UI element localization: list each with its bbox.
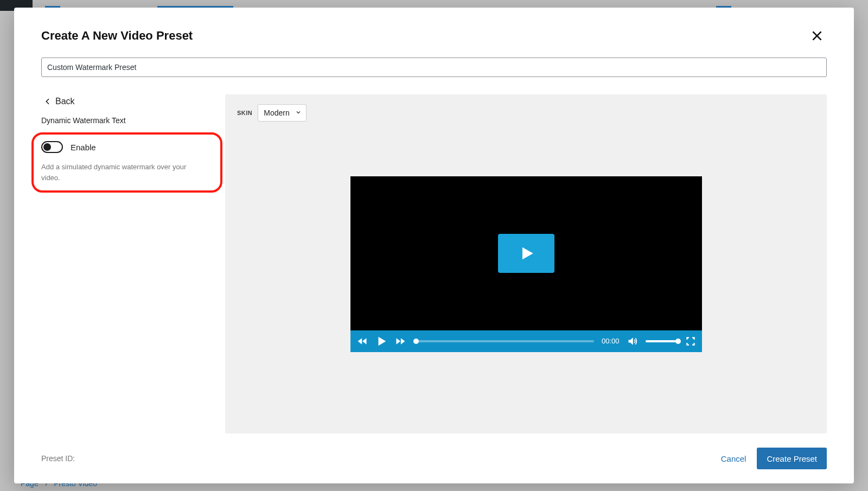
fullscreen-icon: [686, 336, 695, 346]
close-icon: [810, 29, 824, 43]
back-label: Back: [55, 97, 75, 106]
play-button[interactable]: [375, 335, 387, 347]
preset-id-label: Preset ID:: [41, 454, 75, 463]
back-button[interactable]: Back: [41, 94, 221, 109]
progress-slider[interactable]: [413, 340, 594, 342]
chevron-down-icon: [295, 109, 302, 117]
play-icon: [375, 335, 387, 347]
enable-toggle-description: Add a simulated dynamic watermark over y…: [41, 162, 193, 183]
preview-panel: SKIN Modern: [225, 94, 827, 433]
fullscreen-button[interactable]: [686, 336, 695, 346]
cancel-button[interactable]: Cancel: [721, 454, 746, 463]
rewind-icon: [357, 336, 368, 347]
section-title: Dynamic Watermark Text: [41, 116, 221, 125]
modal-title: Create A New Video Preset: [41, 29, 193, 43]
skin-select-value: Modern: [264, 109, 289, 117]
close-button[interactable]: [807, 26, 827, 46]
volume-slider[interactable]: [646, 340, 678, 342]
volume-icon: [627, 336, 638, 347]
enable-toggle[interactable]: [41, 141, 63, 153]
play-icon: [517, 244, 535, 263]
skin-select[interactable]: Modern: [258, 104, 306, 122]
skin-label: SKIN: [237, 110, 252, 116]
video-controls: 00:00: [350, 330, 702, 352]
volume-button[interactable]: [627, 336, 638, 347]
create-preset-button[interactable]: Create Preset: [757, 448, 827, 469]
big-play-button[interactable]: [498, 234, 554, 273]
video-player: 00:00: [350, 176, 702, 352]
time-display: 00:00: [602, 337, 620, 345]
preset-name-input[interactable]: [41, 58, 827, 77]
create-preset-modal: Create A New Video Preset Back Dynamic W…: [14, 8, 854, 483]
enable-setting-highlight: Enable Add a simulated dynamic watermark…: [31, 132, 222, 193]
forward-button[interactable]: [395, 336, 406, 347]
chevron-left-icon: [43, 97, 52, 106]
rewind-button[interactable]: [357, 336, 368, 347]
enable-toggle-label: Enable: [71, 143, 96, 152]
forward-icon: [395, 336, 406, 347]
